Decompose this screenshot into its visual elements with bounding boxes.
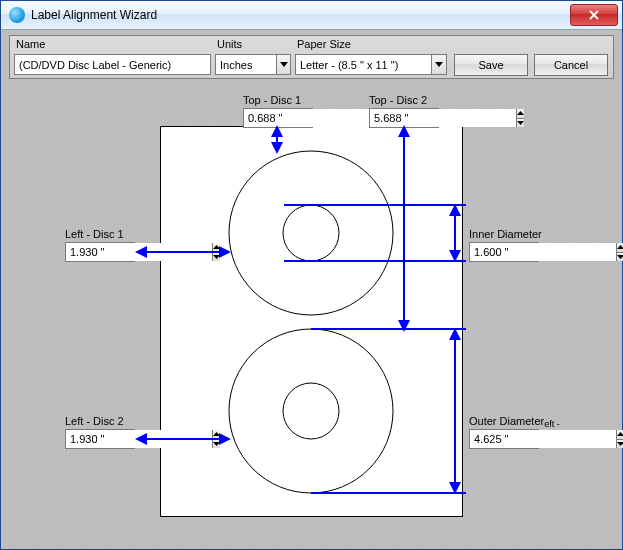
spinner-down-icon[interactable] [213, 440, 220, 449]
toolbar: Name Units Paper Size Save Cancel [9, 35, 614, 79]
spinner-up-icon[interactable] [213, 430, 220, 440]
chevron-down-icon[interactable] [276, 55, 290, 74]
top-disc2-label: Top - Disc 2 [369, 94, 427, 106]
paper-value[interactable] [296, 55, 431, 74]
left-disc1-value[interactable] [66, 243, 212, 261]
spinner-up-icon[interactable] [617, 243, 623, 253]
spinner-down-icon[interactable] [517, 119, 524, 128]
top-disc2-value[interactable] [370, 109, 516, 127]
spinner-down-icon[interactable] [617, 253, 623, 262]
canvas-area: Top - Disc 1 Top - Disc 2 Left - Disc 1 … [9, 84, 614, 541]
spinner-down-icon[interactable] [617, 440, 623, 449]
page-preview [160, 126, 463, 517]
name-input[interactable] [15, 55, 210, 74]
name-input-wrap[interactable] [14, 54, 211, 75]
top-disc1-label: Top - Disc 1 [243, 94, 301, 106]
spinner-up-icon[interactable] [517, 109, 524, 119]
cancel-button[interactable]: Cancel [534, 54, 608, 76]
top-disc2-input[interactable] [369, 108, 439, 128]
chevron-down-icon[interactable] [431, 55, 446, 74]
inner-diameter-value[interactable] [470, 243, 616, 261]
units-select[interactable] [215, 54, 291, 75]
left-disc1-label: Left - Disc 1 [65, 228, 124, 240]
outer-diameter-label: Outer Diametereft - [469, 415, 560, 427]
app-window: Label Alignment Wizard Name Units Paper … [0, 0, 623, 550]
spinner-up-icon[interactable] [617, 430, 623, 440]
client-area: Name Units Paper Size Save Cancel Top - … [1, 29, 622, 549]
close-button[interactable] [570, 4, 618, 26]
outer-diameter-input[interactable] [469, 429, 539, 449]
units-value[interactable] [216, 55, 276, 74]
inner-diameter-input[interactable] [469, 242, 539, 262]
app-icon [9, 7, 25, 23]
left-disc2-label: Left - Disc 2 [65, 415, 124, 427]
inner-diameter-label: Inner Diameter [469, 228, 542, 240]
spinner-down-icon[interactable] [213, 253, 220, 262]
window-title: Label Alignment Wizard [31, 8, 157, 22]
left-disc1-input[interactable] [65, 242, 135, 262]
units-label: Units [217, 38, 242, 50]
paper-select[interactable] [295, 54, 447, 75]
paper-label: Paper Size [297, 38, 351, 50]
name-label: Name [16, 38, 45, 50]
outer-diameter-value[interactable] [470, 430, 616, 448]
save-button[interactable]: Save [454, 54, 528, 76]
spinner-up-icon[interactable] [213, 243, 220, 253]
top-disc1-input[interactable] [243, 108, 313, 128]
titlebar: Label Alignment Wizard [1, 1, 622, 30]
left-disc2-value[interactable] [66, 430, 212, 448]
left-disc2-input[interactable] [65, 429, 135, 449]
